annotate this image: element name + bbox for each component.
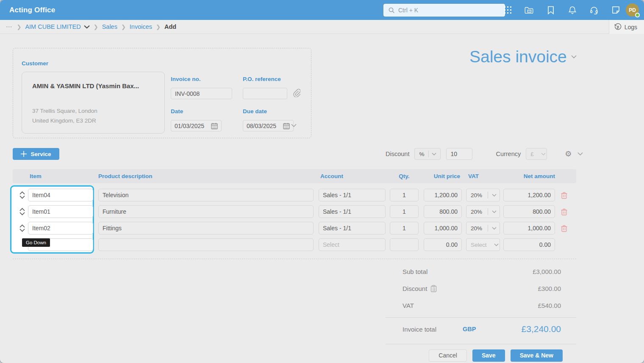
vat-value: 20%	[466, 209, 486, 215]
company-dropdown-icon[interactable]	[84, 25, 90, 29]
invoice-total-value: £3,240.00	[522, 324, 561, 334]
account-input[interactable]	[319, 238, 386, 251]
chevron-down-icon	[489, 227, 500, 230]
move-up-icon[interactable]	[19, 191, 25, 195]
net-amount-input[interactable]	[503, 189, 555, 201]
customer-label: Customer	[22, 60, 48, 67]
breadcrumb-sales[interactable]: Sales	[102, 23, 117, 30]
subtotal-value: £3,000.00	[533, 268, 561, 275]
customer-address-line1: 37 Trellis Square, London	[32, 108, 97, 114]
vat-select[interactable]: 20%	[466, 222, 500, 235]
support-headset-icon[interactable]	[589, 6, 599, 15]
qty-input[interactable]	[390, 189, 419, 201]
chevron-down-icon	[489, 194, 500, 197]
cancel-button[interactable]: Cancel	[429, 349, 467, 362]
description-input[interactable]	[98, 238, 314, 251]
vat-select[interactable]: Select	[466, 238, 500, 251]
invoice-no-input[interactable]	[171, 88, 232, 99]
move-down-icon[interactable]	[19, 212, 25, 216]
table-separator	[13, 259, 576, 259]
logs-label: Logs	[625, 24, 637, 31]
header-unit-price: Unit price	[424, 173, 462, 179]
save-button[interactable]: Save	[472, 349, 505, 362]
vat-select[interactable]: 20%	[466, 189, 500, 201]
move-up-icon[interactable]	[19, 207, 25, 212]
description-input[interactable]	[98, 189, 314, 201]
breadcrumb-more-button[interactable]: ⋯	[6, 23, 13, 30]
delete-row-icon[interactable]	[559, 192, 569, 199]
vat-total-label: VAT	[402, 302, 414, 309]
description-input[interactable]	[98, 222, 314, 235]
move-up-icon[interactable]	[19, 224, 25, 228]
notes-icon[interactable]	[611, 6, 620, 15]
discount-row: Discount £300.00	[386, 280, 576, 297]
account-input[interactable]	[319, 189, 386, 201]
calendar-icon[interactable]	[283, 123, 290, 129]
qty-input[interactable]	[390, 222, 419, 235]
discount-total-value: £300.00	[538, 285, 561, 292]
item-input[interactable]	[28, 189, 93, 201]
net-amount-input[interactable]	[503, 222, 555, 235]
clipboard-icon[interactable]	[430, 285, 437, 292]
description-input[interactable]	[98, 205, 314, 218]
move-down-icon[interactable]	[19, 195, 25, 199]
chevron-right-icon: ❯	[121, 24, 126, 30]
net-amount-input[interactable]	[503, 205, 555, 218]
due-date-chevron-icon[interactable]	[291, 124, 297, 127]
qty-input[interactable]	[390, 238, 419, 251]
date-field[interactable]	[171, 120, 222, 131]
vat-row: VAT £540.00	[386, 297, 576, 314]
unit-price-input[interactable]	[424, 222, 462, 235]
due-date-field[interactable]	[243, 120, 294, 131]
line-items-header: Item Product description Account Qty. Un…	[13, 169, 576, 183]
customer-name: AMIN & YASMIN LTD (Yasmin Bax...	[32, 82, 159, 89]
unit-price-input[interactable]	[424, 189, 462, 201]
item-input[interactable]	[28, 222, 93, 235]
discount-currency-row: Discount % Currency £ ⚙	[386, 148, 583, 160]
save-and-new-button[interactable]: Save & New	[511, 349, 563, 362]
breadcrumb-invoices[interactable]: Invoices	[130, 23, 152, 30]
notifications-bell-icon[interactable]	[568, 6, 577, 15]
header-item: Item	[28, 173, 93, 179]
vat-total-value: £540.00	[538, 302, 561, 309]
logs-button[interactable]: Logs	[609, 20, 644, 34]
discount-unit-select[interactable]: %	[414, 148, 441, 160]
delete-row-icon[interactable]	[559, 225, 569, 232]
page-title: Sales invoice	[469, 47, 567, 66]
discount-value-input[interactable]	[446, 148, 472, 160]
net-amount-input[interactable]	[503, 238, 555, 251]
delete-row-icon[interactable]	[559, 208, 569, 215]
date-input[interactable]	[175, 123, 208, 129]
date-label: Date	[171, 108, 183, 114]
totals-section: Sub total £3,000.00 Discount £300.00 VAT…	[386, 263, 576, 363]
vat-placeholder: Select	[466, 242, 491, 248]
global-search[interactable]	[383, 4, 505, 17]
qty-input[interactable]	[390, 205, 419, 218]
move-down-icon[interactable]	[19, 228, 25, 232]
calendar-icon[interactable]	[211, 123, 218, 129]
currency-select[interactable]: £	[526, 148, 547, 160]
add-service-button[interactable]: Service	[13, 148, 59, 160]
workspace-folder-icon[interactable]	[525, 6, 534, 15]
item-input[interactable]	[28, 205, 93, 218]
document-type-selector[interactable]: Sales invoice	[469, 47, 577, 66]
vat-select[interactable]: 20%	[466, 205, 500, 218]
po-reference-input[interactable]	[243, 88, 287, 99]
vat-value: 20%	[466, 225, 486, 232]
settings-gear-icon[interactable]: ⚙	[565, 149, 572, 159]
line-item-row: 20%	[13, 205, 576, 218]
avatar[interactable]: PD	[626, 3, 639, 17]
search-input[interactable]	[398, 7, 491, 14]
chevron-right-icon: ❯	[156, 24, 161, 30]
paperclip-icon[interactable]	[293, 89, 300, 97]
breadcrumb-company[interactable]: AIM CUBE LIMITED	[25, 23, 80, 30]
account-input[interactable]	[319, 222, 386, 235]
unit-price-input[interactable]	[424, 238, 462, 251]
bookmark-icon[interactable]	[546, 6, 555, 15]
collapse-chevron-icon[interactable]	[577, 152, 583, 156]
account-input[interactable]	[319, 205, 386, 218]
unit-price-input[interactable]	[424, 205, 462, 218]
due-date-input[interactable]	[247, 123, 280, 129]
apps-grid-icon[interactable]	[503, 6, 512, 15]
customer-card[interactable]: AMIN & YASMIN LTD (Yasmin Bax... 37 Trel…	[22, 72, 165, 134]
